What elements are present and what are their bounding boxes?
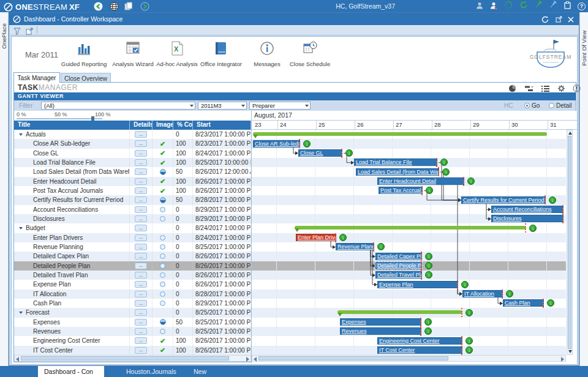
list-view-icon[interactable]	[541, 84, 550, 92]
window-popout-icon[interactable]	[554, 15, 563, 23]
ribbon-item-close-schedule[interactable]: Close Schedule	[281, 40, 339, 67]
table-row[interactable]: Detailed Capex Plan...08/26/2017 1:00:00…	[14, 252, 251, 261]
expand-arrow-icon[interactable]	[19, 133, 23, 136]
gantt-task-bar[interactable]: Enter Headcount Detail	[377, 177, 464, 185]
gantt-task-bar[interactable]: Account Reconciliations	[491, 206, 564, 213]
taskbar-tab-dashboard[interactable]: Dashboard - Con	[38, 366, 104, 377]
table-row[interactable]: Revenues...08/25/2017 1:00:00 PM	[14, 327, 251, 336]
details-button[interactable]: ...	[135, 291, 147, 297]
table-horizontal-scrollbar[interactable]	[14, 355, 251, 362]
task-action-icon[interactable]: ↓	[303, 140, 311, 147]
refresh-icon[interactable]	[519, 1, 528, 12]
scroll-left-icon[interactable]	[16, 357, 19, 362]
task-action-icon[interactable]: ↓	[425, 253, 432, 260]
details-button[interactable]: ...	[135, 225, 147, 231]
scroll-left-icon[interactable]	[254, 357, 257, 362]
scrollbar-thumb[interactable]	[21, 356, 229, 360]
table-row[interactable]: Cash Plan...08/29/2017 1:00:00 PM	[14, 299, 251, 308]
gantt-task-bar[interactable]: Revenues	[340, 327, 421, 335]
role-select[interactable]: Preparer	[249, 102, 311, 110]
task-action-icon[interactable]: ↓	[442, 168, 450, 176]
details-button[interactable]: ...	[135, 319, 147, 326]
table-row[interactable]: Load Sales Detail (from Data Warehouse).…	[14, 167, 251, 176]
table-row[interactable]: Engineering Cost Center...✔1008/26/2017 …	[14, 336, 251, 345]
tab-close-overview[interactable]: Close Overview	[61, 73, 111, 83]
task-action-icon[interactable]: ↓	[529, 225, 537, 232]
window-refresh-icon[interactable]	[541, 15, 549, 23]
table-row[interactable]: Enter Plan Drivers...08/24/2017 1:00:00 …	[14, 233, 251, 242]
details-button[interactable]: ...	[135, 159, 147, 166]
table-row[interactable]: Actuals...08/23/2017 1:00:00 PM	[14, 130, 251, 139]
details-button[interactable]: ...	[135, 150, 147, 157]
details-button[interactable]: ...	[135, 281, 147, 288]
column-header-image[interactable]: Image	[153, 121, 173, 130]
table-row[interactable]: Budget...08/24/2017 1:00:00 PM	[14, 223, 251, 233]
table-row[interactable]: IT Allocation...08/28/2017 1:00:00 PM	[14, 289, 251, 299]
gantt-task-bar[interactable]: Certify Results for Current Period	[461, 196, 546, 204]
gantt-task-bar[interactable]: Close AR Sub-ledger	[253, 140, 300, 147]
radio-detail[interactable]: Detail	[549, 102, 572, 109]
gantt-summary-bar[interactable]	[295, 226, 526, 230]
gantt-task-bar[interactable]: Detailed Capex Plan	[375, 253, 422, 260]
table-row[interactable]: Account Reconciliations...08/29/2017 1:0…	[14, 205, 251, 214]
details-button[interactable]: ...	[135, 244, 147, 250]
gantt-task-bar[interactable]: Detailed People Plan	[375, 262, 422, 269]
details-button[interactable]: ...	[135, 168, 147, 175]
pie-chart-icon[interactable]	[508, 84, 517, 92]
details-button[interactable]: ...	[135, 234, 147, 241]
expand-arrow-icon[interactable]	[19, 227, 23, 230]
task-action-icon[interactable]: ↓	[461, 281, 469, 288]
radio-detail-dot[interactable]	[549, 103, 554, 108]
table-row[interactable]: Post Tax Accrual Journals...✔1008/26/201…	[14, 186, 251, 195]
table-row[interactable]: Expenses...508/25/2017 1:00:00 PM	[14, 318, 251, 327]
table-row[interactable]: Disclosures...08/29/2017 1:00:00 PM	[14, 214, 251, 223]
copy-pages-icon[interactable]	[124, 1, 134, 11]
table-row[interactable]: Detailed People Plan...08/26/2017 1:00:0…	[14, 261, 251, 271]
gantt-summary-bar[interactable]	[253, 132, 547, 136]
gantt-task-bar[interactable]: Close GL	[298, 149, 342, 157]
details-button[interactable]: ...	[135, 215, 147, 222]
help-icon[interactable]: ?	[578, 2, 586, 10]
gear-icon[interactable]	[557, 84, 566, 92]
details-button[interactable]: ...	[135, 272, 147, 278]
table-row[interactable]: Revenue Planning...08/25/2017 1:00:00 PM	[14, 242, 251, 252]
alert-info-icon[interactable]	[573, 84, 581, 92]
clipboard-icon[interactable]	[564, 1, 571, 12]
tab-task-manager[interactable]: Task Manager	[13, 72, 60, 83]
table-row[interactable]: IT Cost Center...✔1008/26/2017 1:00:00 P…	[14, 346, 251, 355]
radio-go-dot[interactable]	[524, 103, 530, 108]
details-button[interactable]: ...	[135, 178, 147, 185]
scroll-up-icon[interactable]	[568, 132, 572, 135]
scroll-down-icon[interactable]	[568, 350, 572, 353]
gantt-horizontal-scrollbar[interactable]	[252, 355, 566, 362]
column-header-details[interactable]: Details	[130, 121, 153, 130]
scrollbar-thumb[interactable]	[568, 136, 571, 349]
scroll-right-icon[interactable]	[561, 357, 564, 362]
pin-green-icon[interactable]	[535, 1, 543, 12]
gantt-task-bar[interactable]: Disclosures	[491, 215, 564, 222]
back-icon[interactable]	[93, 1, 103, 11]
details-button[interactable]: ...	[135, 140, 147, 147]
gantt-summary-bar[interactable]	[337, 310, 462, 314]
task-action-icon[interactable]: ↓	[466, 309, 473, 316]
table-row[interactable]: Forecast...08/25/2017 1:00:00 PM	[14, 308, 251, 317]
user-alert-icon[interactable]	[490, 1, 497, 12]
details-button[interactable]: ...	[135, 300, 147, 307]
radio-go[interactable]: Go	[524, 102, 540, 109]
window-close-icon[interactable]	[567, 15, 575, 23]
globe-icon[interactable]	[109, 1, 119, 11]
table-row[interactable]: Load Trial Balance File...✔1008/25/2017 …	[14, 158, 251, 167]
taskbar-tab-houston-journals[interactable]: Houston.Journals	[120, 366, 183, 377]
pin-blue-icon[interactable]	[549, 1, 557, 12]
gantt-view-icon[interactable]	[525, 84, 533, 92]
gantt-task-bar[interactable]: IT Allocation	[462, 290, 503, 297]
scroll-right-icon[interactable]	[246, 357, 249, 362]
details-button[interactable]: ...	[135, 263, 147, 269]
details-button[interactable]: ...	[135, 131, 147, 138]
details-button[interactable]: ...	[135, 347, 147, 354]
expand-arrow-icon[interactable]	[19, 312, 23, 314]
task-action-icon[interactable]: ↓	[549, 196, 556, 204]
details-button[interactable]: ...	[135, 196, 147, 203]
table-row[interactable]: Certify Results for Current Period...508…	[14, 195, 251, 204]
gantt-task-bar[interactable]: Detailed Travel Plan	[375, 271, 422, 278]
